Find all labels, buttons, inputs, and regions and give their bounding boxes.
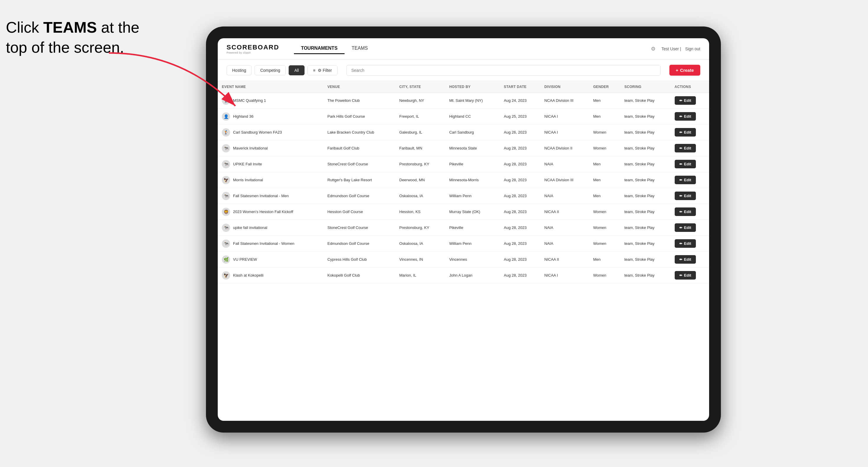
team-icon-9: 🐄 [222,240,230,248]
filter-button[interactable]: ≡ ⚙ Filter [308,65,338,75]
cell-scoring-7: team, Stroke Play [620,204,671,220]
table-row: 🐄 Fall Statesmen Invitational - Women Ed… [218,236,709,252]
edit-button-4[interactable]: ✏ Edit [675,160,696,168]
team-icon-2: 🏌 [222,128,230,136]
cell-venue-1: Park Hills Golf Course [323,108,395,124]
cell-scoring-3: team, Stroke Play [620,141,671,156]
team-icon-0: 🏌 [222,96,230,105]
team-icon-4: 🐄 [222,160,230,168]
edit-button-9[interactable]: ✏ Edit [675,239,696,248]
cell-city-7: Hesston, KS [395,204,445,220]
table-row: 🐄 Fall Statesmen Invitational - Men Edmu… [218,188,709,204]
cell-division-4: NAIA [540,156,589,172]
competing-button[interactable]: Competing [254,65,286,75]
edit-button-2[interactable]: ✏ Edit [675,128,696,136]
cell-city-10: Vincennes, IN [395,252,445,268]
cell-hosted-5: Minnesota-Morris [445,172,500,188]
cell-hosted-7: Murray State (OK) [445,204,500,220]
pencil-icon-10: ✏ [679,257,682,261]
pencil-icon-4: ✏ [679,162,682,166]
team-icon-1: 👤 [222,113,230,121]
edit-button-0[interactable]: ✏ Edit [675,96,696,105]
cell-scoring-1: team, Stroke Play [620,108,671,124]
sign-out-link[interactable]: Sign out [685,46,700,51]
cell-venue-3: Faribault Golf Club [323,141,395,156]
cell-venue-5: Ruttger's Bay Lake Resort [323,172,395,188]
search-input[interactable] [346,65,660,75]
col-gender: GENDER [589,81,620,93]
cell-city-6: Oskaloosa, IA [395,188,445,204]
table-row: 🏌 MSMC Qualifying 1 The Powelton Club Ne… [218,93,709,108]
cell-date-11: Aug 28, 2023 [500,268,540,283]
cell-actions-1: ✏ Edit [671,108,709,124]
cell-actions-0: ✏ Edit [671,93,709,108]
cell-date-8: Aug 28, 2023 [500,220,540,236]
pencil-icon-3: ✏ [679,146,682,150]
event-name-1: Highland 36 [233,114,253,119]
cell-venue-9: Edmundson Golf Course [323,236,395,252]
cell-division-8: NAIA [540,220,589,236]
cell-scoring-4: team, Stroke Play [620,156,671,172]
cell-date-0: Aug 24, 2023 [500,93,540,108]
logo-area: SCOREBOARD Powered by clippit [226,43,279,54]
gear-icon[interactable]: ⚙ [649,45,657,53]
cell-scoring-6: team, Stroke Play [620,188,671,204]
cell-event-name-3: 🐄 Maverick Invitational [218,141,323,156]
cell-city-4: Prestonsburg, KY [395,156,445,172]
create-label: Create [680,68,694,73]
cell-venue-0: The Powelton Club [323,93,395,108]
table-row: 🏌 Carl Sandburg Women FA23 Lake Bracken … [218,124,709,141]
cell-date-5: Aug 28, 2023 [500,172,540,188]
cell-venue-10: Cypress Hills Golf Club [323,252,395,268]
table-row: 🌿 VU PREVIEW Cypress Hills Golf Club Vin… [218,252,709,268]
cell-scoring-11: team, Stroke Play [620,268,671,283]
team-icon-10: 🌿 [222,255,230,264]
edit-button-1[interactable]: ✏ Edit [675,112,696,121]
cell-event-name-4: 🐄 UPIKE Fall Invite [218,156,323,172]
tablet-screen: SCOREBOARD Powered by clippit TOURNAMENT… [218,38,709,421]
cell-hosted-10: Vincennes [445,252,500,268]
edit-label-1: Edit [684,114,691,119]
all-button[interactable]: All [289,65,305,75]
cell-venue-8: StoneCrest Golf Course [323,220,395,236]
logo-sub: Powered by clippit [226,51,279,54]
edit-button-7[interactable]: ✏ Edit [675,208,696,216]
logo-title: SCOREBOARD [226,43,279,51]
cell-event-name-1: 👤 Highland 36 [218,108,323,124]
team-icon-5: 🦅 [222,176,230,184]
cell-gender-8: Women [589,220,620,236]
hosting-button[interactable]: Hosting [226,65,252,75]
cell-venue-11: Kokopelli Golf Club [323,268,395,283]
cell-actions-8: ✏ Edit [671,220,709,236]
event-name-4: UPIKE Fall Invite [233,162,262,166]
edit-button-6[interactable]: ✏ Edit [675,192,696,200]
cell-gender-1: Men [589,108,620,124]
create-button[interactable]: + Create [670,65,700,75]
edit-button-10[interactable]: ✏ Edit [675,255,696,264]
cell-actions-5: ✏ Edit [671,172,709,188]
cell-date-4: Aug 28, 2023 [500,156,540,172]
cell-event-name-11: 🦅 Klash at Kokopelli [218,268,323,283]
nav-link-tournaments[interactable]: TOURNAMENTS [294,43,345,54]
team-icon-3: 🐄 [222,144,230,152]
edit-button-3[interactable]: ✏ Edit [675,144,696,152]
edit-button-5[interactable]: ✏ Edit [675,176,696,184]
cell-division-7: NICAA II [540,204,589,220]
cell-hosted-8: Pikeville [445,220,500,236]
cell-date-6: Aug 28, 2023 [500,188,540,204]
edit-label-3: Edit [684,146,691,150]
cell-gender-2: Women [589,124,620,141]
table-row: 🦁 2023 Women's Hesston Fall Kickoff Hess… [218,204,709,220]
nav-link-teams[interactable]: TEAMS [345,43,375,54]
cell-division-10: NICAA II [540,252,589,268]
pencil-icon-11: ✏ [679,273,682,278]
edit-button-11[interactable]: ✏ Edit [675,271,696,280]
edit-button-8[interactable]: ✏ Edit [675,223,696,232]
cell-date-3: Aug 28, 2023 [500,141,540,156]
pencil-icon-1: ✏ [679,115,682,119]
cell-event-name-6: 🐄 Fall Statesmen Invitational - Men [218,188,323,204]
cell-date-9: Aug 28, 2023 [500,236,540,252]
event-name-10: VU PREVIEW [233,257,257,261]
cell-actions-3: ✏ Edit [671,141,709,156]
cell-actions-6: ✏ Edit [671,188,709,204]
